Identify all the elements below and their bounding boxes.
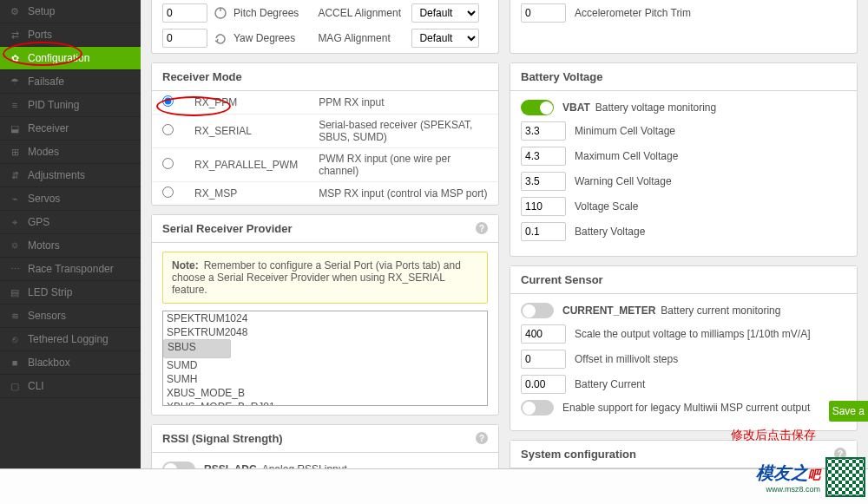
sidebar-item-label: Ports xyxy=(28,29,52,41)
accel-align-select[interactable]: Default xyxy=(411,3,479,23)
sidebar-item-gps[interactable]: ⌖GPS xyxy=(0,211,141,234)
vbat-toggle[interactable] xyxy=(521,100,554,115)
sidebar-icon: ▤ xyxy=(9,287,21,298)
curr-input[interactable] xyxy=(521,350,566,369)
batt-warning-cell-voltage-input[interactable] xyxy=(521,172,566,191)
yaw-degrees-input[interactable] xyxy=(162,29,207,48)
sidebar-item-receiver[interactable]: ⬓Receiver xyxy=(0,117,141,141)
srp-option[interactable]: SBUS xyxy=(163,339,231,358)
sidebar-icon: ⬓ xyxy=(9,123,21,134)
sidebar-item-label: Configuration xyxy=(28,52,89,64)
sidebar-item-motors[interactable]: ⛭Motors xyxy=(0,234,141,258)
rx-option-desc: MSP RX input (control via MSP port) xyxy=(308,182,498,206)
sidebar-icon: ≋ xyxy=(9,311,21,322)
srp-note: Remember to configure a Serial Port (via… xyxy=(172,259,461,296)
sidebar-icon: ✿ xyxy=(9,53,21,64)
yaw-degrees-label: Yaw Degrees xyxy=(233,32,295,44)
srp-option[interactable]: SUMD xyxy=(163,358,487,372)
curr-input xyxy=(521,375,566,394)
srp-option[interactable]: SPEKTRUM2048 xyxy=(163,325,487,339)
current-title: Current Sensor xyxy=(521,273,603,286)
yaw-icon xyxy=(213,30,228,46)
srp-option[interactable]: SPEKTRUM1024 xyxy=(163,311,487,325)
rx-option-name: RX_MSP xyxy=(184,182,308,206)
batt-row-label: Maximum Cell Voltage xyxy=(575,150,678,162)
sidebar-icon: ⋯ xyxy=(9,264,21,275)
qr-code xyxy=(825,457,865,497)
sidebar-item-servos[interactable]: ⌁Servos xyxy=(0,187,141,211)
rssi-adc-toggle[interactable] xyxy=(162,461,195,468)
sidebar-item-label: Modes xyxy=(28,146,59,158)
srp-option[interactable]: XBUS_MODE_B xyxy=(163,386,487,400)
rx-option-desc: Serial-based receiver (SPEKSAT, SBUS, SU… xyxy=(308,115,498,148)
sidebar-item-label: Setup xyxy=(28,5,55,17)
sidebar-icon: ⇵ xyxy=(9,170,21,181)
sidebar-item-label: Sensors xyxy=(28,310,66,322)
sidebar-item-label: Race Transponder xyxy=(28,263,114,275)
rx-option-name: RX_PARALLEL_PWM xyxy=(184,148,308,182)
mag-align-label: MAG Alignment xyxy=(318,32,404,44)
sidebar-icon: ⚙ xyxy=(9,6,21,17)
current-meter-name: CURRENT_METER xyxy=(562,304,655,317)
rx-radio-rx_serial[interactable] xyxy=(162,124,174,135)
srp-listbox[interactable]: SPEKTRUM1024SPEKTRUM2048SBUSSUMDSUMHXBUS… xyxy=(162,311,488,406)
sidebar-item-label: PID Tuning xyxy=(28,99,79,111)
annotation-text: 修改后点击保存 xyxy=(731,428,816,443)
vbat-desc: Battery voltage monitoring xyxy=(595,101,716,114)
sidebar-item-label: Tethered Logging xyxy=(28,333,108,345)
sidebar-item-modes[interactable]: ⊞Modes xyxy=(0,141,141,164)
sidebar-item-cli[interactable]: ▢CLI xyxy=(0,375,141,398)
help-icon[interactable]: ? xyxy=(476,222,488,234)
sidebar-icon: ⊞ xyxy=(9,147,21,158)
legacy-msp-toggle[interactable] xyxy=(521,400,554,416)
batt-maximum-cell-voltage-input[interactable] xyxy=(521,147,566,166)
sidebar-icon: ⌖ xyxy=(9,217,21,228)
acc-pitch-trim-input[interactable] xyxy=(521,3,566,23)
rssi-title: RSSI (Signal Strength) xyxy=(162,432,283,445)
sidebar-item-failsafe[interactable]: ☂Failsafe xyxy=(0,70,141,94)
sidebar-item-ports[interactable]: ⇄Ports xyxy=(0,23,141,47)
mag-align-select[interactable]: Default xyxy=(411,29,479,48)
batt-row-label: Voltage Scale xyxy=(575,200,638,213)
batt-minimum-cell-voltage-input[interactable] xyxy=(521,121,566,141)
curr-input[interactable] xyxy=(521,324,566,344)
sidebar-item-sensors[interactable]: ≋Sensors xyxy=(0,304,141,328)
rx-option-desc: PPM RX input xyxy=(308,91,498,115)
pitch-degrees-label: Pitch Degrees xyxy=(233,7,299,19)
rx-option-name: RX_PPM xyxy=(184,91,308,115)
system-title: System configuration xyxy=(521,448,636,461)
sidebar-item-setup[interactable]: ⚙Setup xyxy=(0,0,141,23)
rx-radio-rx_parallel_pwm[interactable] xyxy=(162,158,174,169)
current-meter-toggle[interactable] xyxy=(521,303,554,318)
batt-voltage-scale-input[interactable] xyxy=(521,197,566,216)
rx-radio-rx_ppm[interactable] xyxy=(162,95,174,107)
srp-option[interactable]: SUMH xyxy=(163,372,487,386)
sidebar-item-label: CLI xyxy=(28,380,44,392)
sidebar-icon: ⎋ xyxy=(9,334,21,344)
sidebar-item-adjustments[interactable]: ⇵Adjustments xyxy=(0,164,141,187)
pitch-degrees-input[interactable] xyxy=(162,3,207,23)
sidebar-icon: ≡ xyxy=(9,100,21,110)
sidebar-item-tethered-logging[interactable]: ⎋Tethered Logging xyxy=(0,328,141,351)
sidebar-item-led-strip[interactable]: ▤LED Strip xyxy=(0,281,141,304)
sidebar-item-race-transponder[interactable]: ⋯Race Transponder xyxy=(0,258,141,281)
sidebar-item-pid-tuning[interactable]: ≡PID Tuning xyxy=(0,94,141,117)
vbat-name: VBAT xyxy=(562,101,590,114)
batt-battery-voltage-input xyxy=(521,222,566,241)
rssi-desc: Analog RSSI input xyxy=(262,463,347,468)
note-label: Note: xyxy=(172,259,199,272)
srp-option[interactable]: XBUS_MODE_B_RJ01 xyxy=(163,400,487,406)
sidebar-icon: ▢ xyxy=(9,381,21,392)
legacy-msp-label: Enable support for legacy Multiwii MSP c… xyxy=(562,402,810,414)
receiver-mode-table: RX_PPMPPM RX inputRX_SERIALSerial-based … xyxy=(152,91,498,205)
batt-row-label: Battery Voltage xyxy=(575,226,645,238)
rx-radio-rx_msp[interactable] xyxy=(162,187,174,198)
save-button[interactable]: Save a xyxy=(829,401,868,422)
help-icon[interactable]: ? xyxy=(476,432,488,444)
pitch-icon xyxy=(213,5,228,21)
rssi-name: RSSI_ADC xyxy=(204,463,257,468)
sidebar-item-configuration[interactable]: ✿Configuration xyxy=(0,47,141,70)
current-meter-desc: Battery current monitoring xyxy=(661,304,780,317)
rx-option-desc: PWM RX input (one wire per channel) xyxy=(308,148,498,182)
sidebar-item-blackbox[interactable]: ■Blackbox xyxy=(0,351,141,375)
